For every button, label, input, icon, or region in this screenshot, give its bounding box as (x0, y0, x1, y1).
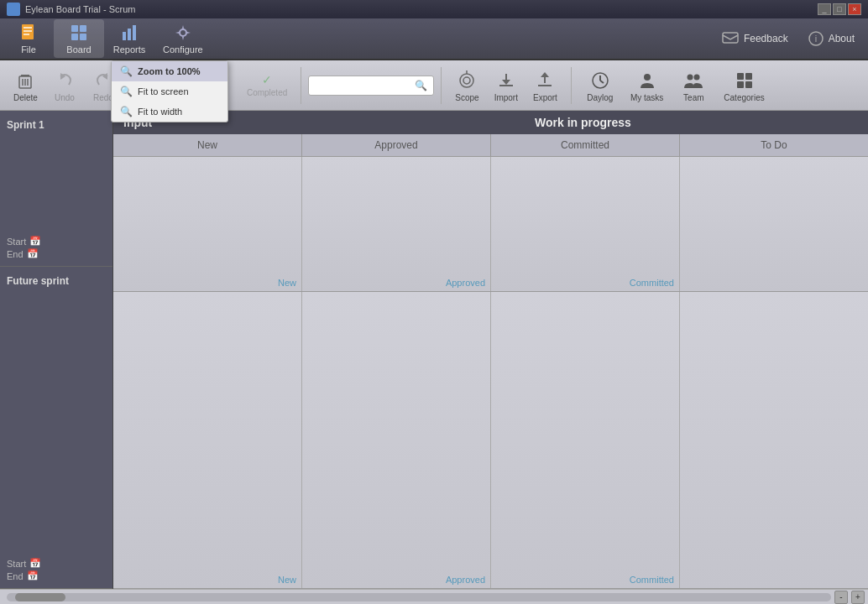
zoom-controls: - + (834, 591, 865, 604)
fit-screen-option[interactable]: 🔍 Fit to screen (112, 81, 227, 102)
future-sprint-end-label: End (7, 571, 24, 581)
future-sprint-new-cell[interactable]: New (113, 292, 302, 588)
search-icon[interactable]: 🔍 (415, 80, 427, 91)
col-header-committed: Committed (491, 134, 680, 156)
svg-rect-25 (499, 85, 513, 86)
team-label: Team (683, 93, 703, 102)
zoom-in-btn[interactable]: + (851, 591, 865, 604)
sprint1-start-icon[interactable]: 📅 (29, 236, 41, 247)
horizontal-scrollbar[interactable] (7, 593, 831, 601)
menu-reports[interactable]: Reports (104, 19, 154, 58)
zoom-search-icon: 🔍 (120, 65, 133, 77)
fit-width-option[interactable]: 🔍 Fit to width (112, 102, 227, 122)
future-sprint-approved-link[interactable]: Approved (446, 575, 485, 585)
svg-rect-37 (737, 73, 744, 80)
future-sprint-dates: Start 📅 End 📅 (7, 556, 106, 581)
col-header-new: New (113, 134, 302, 156)
svg-rect-38 (745, 73, 752, 80)
svg-point-22 (460, 74, 473, 87)
svg-rect-28 (538, 85, 552, 86)
future-sprint-end-icon[interactable]: 📅 (27, 570, 39, 581)
svg-rect-39 (737, 81, 744, 88)
svg-rect-10 (133, 25, 136, 40)
scope-button[interactable]: Scope (448, 65, 485, 106)
svg-rect-40 (745, 81, 752, 88)
col-approved-label: Approved (374, 139, 417, 151)
svg-rect-4 (71, 25, 78, 32)
sprint1-committed-link[interactable]: Committed (630, 278, 674, 288)
completed-button[interactable]: ✓ Completed (240, 70, 294, 101)
col-todo-label: To Do (761, 139, 787, 151)
sprint1-approved-cell[interactable]: Approved (302, 157, 491, 291)
fit-screen-icon: 🔍 (120, 86, 133, 97)
import-icon (494, 69, 518, 92)
delete-button[interactable]: Delete (7, 65, 44, 106)
import-button[interactable]: Import (488, 65, 525, 106)
sprint1-dates: Start 📅 End 📅 (7, 234, 106, 259)
sprint1-todo-cell[interactable] (680, 157, 868, 291)
future-sprint-committed-cell[interactable]: Committed (491, 292, 680, 588)
board-label: Board (66, 44, 91, 55)
categories-icon (733, 69, 756, 92)
daylog-button[interactable]: Daylog (578, 65, 622, 106)
wip-label: Work in progress (535, 116, 631, 129)
my-tasks-button[interactable]: My tasks (624, 65, 670, 106)
svg-rect-8 (123, 32, 126, 40)
view-group: Daylog My tasks Team Categories (578, 65, 771, 106)
maximize-btn[interactable]: □ (833, 3, 846, 15)
window-title: Eylean Board Trial - Scrum (25, 4, 135, 14)
feedback-button[interactable]: Feedback (712, 27, 798, 50)
undo-button[interactable]: Undo (46, 65, 83, 106)
sprint1-end-icon[interactable]: 📅 (27, 248, 39, 259)
edit-group: Delete Undo Redo (7, 65, 122, 106)
close-btn[interactable]: × (848, 3, 861, 15)
wip-section-header: Work in progress (525, 111, 868, 134)
export-button[interactable]: Export (526, 65, 564, 106)
file-icon (18, 23, 39, 43)
svg-point-23 (463, 77, 470, 84)
svg-point-11 (180, 29, 186, 36)
future-sprint-new-link[interactable]: New (278, 575, 296, 585)
my-tasks-label: My tasks (630, 93, 663, 102)
categories-button[interactable]: Categories (717, 65, 771, 106)
svg-rect-5 (80, 25, 86, 32)
scope-label: Scope (455, 93, 478, 102)
minimize-btn[interactable]: _ (818, 3, 831, 15)
zoom-out-btn[interactable]: - (834, 591, 848, 604)
future-sprint-committed-link[interactable]: Committed (630, 575, 674, 585)
future-sprint-todo-cell[interactable] (680, 292, 868, 588)
future-sprint-start-icon[interactable]: 📅 (29, 558, 41, 569)
toolbar-sep-2 (301, 67, 301, 104)
future-sprint-name: Future sprint (7, 275, 106, 287)
svg-line-33 (600, 81, 604, 83)
sprint1-approved-link[interactable]: Approved (446, 278, 485, 288)
about-button[interactable]: i About (798, 26, 865, 51)
sprint1-new-cell[interactable]: New (113, 157, 302, 291)
board-icon (69, 23, 89, 43)
svg-rect-9 (128, 29, 131, 40)
svg-point-34 (644, 74, 651, 81)
sprint1-new-link[interactable]: New (278, 278, 296, 288)
svg-rect-12 (723, 33, 738, 43)
menu-file[interactable]: File (3, 19, 54, 58)
search-input[interactable] (314, 81, 415, 91)
svg-rect-2 (24, 30, 32, 32)
zoom-dropdown: 🔍 Zoom to 100% 🔍 Fit to screen 🔍 Fit to … (111, 60, 228, 122)
team-icon (682, 69, 705, 92)
menu-board[interactable]: Board (54, 19, 104, 58)
svg-rect-7 (80, 34, 86, 40)
menu-configure[interactable]: Configure (154, 19, 212, 58)
zoom-100-option[interactable]: 🔍 Zoom to 100% (112, 61, 227, 81)
app-icon (7, 3, 20, 16)
import-label: Import (494, 93, 518, 102)
search-box[interactable]: 🔍 (308, 76, 434, 96)
sprint1-committed-cell[interactable]: Committed (491, 157, 680, 291)
future-sprint-approved-cell[interactable]: Approved (302, 292, 491, 588)
svg-rect-3 (24, 34, 29, 35)
team-button[interactable]: Team (672, 65, 715, 106)
my-tasks-icon (635, 69, 659, 92)
completed-icon: ✓ (262, 73, 272, 86)
title-bar: Eylean Board Trial - Scrum _ □ × (0, 0, 868, 18)
scrollbar-thumb[interactable] (15, 593, 65, 601)
future-sprint-start-label: Start (7, 559, 26, 569)
